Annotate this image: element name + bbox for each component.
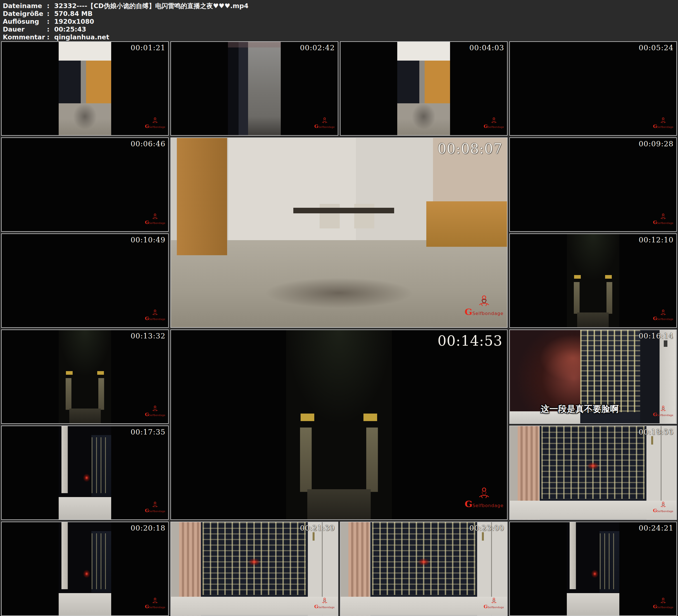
- watermark-text: GSelfbondage: [652, 124, 674, 129]
- video-thumbnail-large: 00:14:53 GSelfbondage: [171, 330, 507, 520]
- selfbondage-watermark-logo: GSelfbondage: [652, 406, 674, 422]
- thumbnail-frame: [510, 42, 676, 135]
- watermark-text: GSelfbondage: [652, 220, 674, 225]
- burned-in-subtitle: 这一段是真不要脸啊: [541, 403, 619, 415]
- thumbnail-timestamp: 00:20:18: [130, 524, 165, 532]
- meta-row-dauer: Dauer : 00:25:43: [3, 26, 678, 33]
- meta-label: Kommentar: [3, 33, 47, 41]
- video-thumbnail: 00:02:42 GSelfbondage: [171, 41, 338, 136]
- selfbondage-watermark-logo: GSelfbondage: [144, 213, 166, 230]
- file-info-header: Dateiname : 32332----【CD伪娘小诡的自缚】电闪雷鸣的直播之…: [0, 0, 678, 41]
- thumbnail-timestamp: 00:21:39: [300, 524, 335, 532]
- thumbnail-timestamp: 00:14:53: [438, 333, 502, 349]
- meta-separator: :: [47, 33, 54, 41]
- bound-figure-doodle-icon: [151, 309, 159, 316]
- video-thumbnail: 00:12:10 GSelfbondage: [509, 233, 677, 328]
- bound-figure-doodle-icon: [151, 598, 159, 604]
- meta-row-dateigroesse: Dateigröße : 570.84 MB: [3, 10, 678, 17]
- thumbnail-frame: [59, 42, 111, 135]
- video-thumbnail: 00:05:24 GSelfbondage: [509, 41, 677, 136]
- bound-figure-doodle-icon: [477, 295, 491, 308]
- thumbnail-frame: [510, 138, 676, 231]
- watermark-text: GSelfbondage: [652, 508, 674, 513]
- thumbnail-frame: [59, 426, 111, 519]
- watermark-text: GSelfbondage: [144, 316, 166, 321]
- selfbondage-watermark-logo: GSelfbondage: [144, 117, 166, 133]
- video-thumbnail: 00:17:35 GSelfbondage: [1, 426, 169, 520]
- watermark-text: GSelfbondage: [652, 604, 674, 609]
- duration-value: 00:25:43: [54, 26, 678, 33]
- thumbnail-timestamp: 00:09:28: [639, 140, 674, 148]
- thumbnail-frame: [567, 522, 619, 615]
- thumbnail-frame: [2, 138, 168, 231]
- selfbondage-watermark-logo: GSelfbondage: [314, 117, 336, 133]
- bound-figure-doodle-icon: [151, 502, 159, 508]
- meta-separator: :: [47, 26, 54, 33]
- thumbnail-timestamp: 00:06:46: [130, 140, 165, 148]
- thumbnail-timestamp: 00:04:03: [469, 44, 504, 52]
- bound-figure-doodle-icon: [660, 598, 667, 604]
- watermark-text: GSelfbondage: [314, 124, 336, 129]
- thumbnail-frame: [510, 426, 676, 519]
- watermark-text: GSelfbondage: [314, 604, 336, 609]
- video-thumbnail: 00:21:39 GSelfbondage: [171, 522, 338, 616]
- bound-figure-doodle-icon: [151, 117, 159, 124]
- selfbondage-watermark-logo: GSelfbondage: [144, 309, 166, 325]
- thumbnail-timestamp: 00:24:21: [639, 524, 674, 532]
- watermark-text: GSelfbondage: [144, 508, 166, 513]
- video-thumbnail: 00:06:46 GSelfbondage: [1, 138, 169, 232]
- contact-sheet-page: { "meta": { "separator": ":", "rows": [ …: [0, 0, 678, 616]
- thumbnail-frame: [397, 42, 450, 135]
- thumbnail-timestamp: 00:02:42: [300, 44, 335, 52]
- bound-figure-doodle-icon: [321, 598, 328, 604]
- file-name-value: 32332----【CD伪娘小诡的自缚】电闪雷鸣的直播之夜♥♥♥.mp4: [54, 2, 678, 10]
- selfbondage-watermark-logo: GSelfbondage: [652, 309, 674, 325]
- selfbondage-watermark-logo: GSelfbondage: [652, 598, 674, 614]
- file-size-value: 570.84 MB: [54, 10, 678, 17]
- meta-label: Auflösung: [3, 17, 47, 26]
- video-thumbnail: 00:20:18 GSelfbondage: [1, 522, 169, 616]
- meta-row-dateiname: Dateiname : 32332----【CD伪娘小诡的自缚】电闪雷鸣的直播之…: [3, 2, 678, 10]
- thumbnail-timestamp: 00:17:35: [130, 428, 165, 436]
- watermark-text: GSelfbondage: [652, 412, 674, 417]
- thumbnail-timestamp: 00:01:21: [130, 44, 165, 52]
- selfbondage-watermark-logo: GSelfbondage: [144, 598, 166, 614]
- bound-figure-doodle-icon: [151, 406, 159, 412]
- selfbondage-watermark-logo: GSelfbondage: [652, 117, 674, 133]
- bound-figure-doodle-icon: [477, 487, 491, 500]
- meta-separator: :: [47, 10, 54, 17]
- thumbnail-frame: [59, 522, 111, 615]
- video-thumbnail: 00:18:56 GSelfbondage: [509, 426, 677, 520]
- selfbondage-watermark-logo: GSelfbondage: [144, 502, 166, 518]
- thumbnail-timestamp: 00:05:24: [639, 44, 674, 52]
- selfbondage-watermark-logo: GSelfbondage: [463, 295, 505, 325]
- watermark-text: GSelfbondage: [463, 500, 505, 508]
- thumbnail-timestamp: 00:12:10: [639, 236, 674, 244]
- video-thumbnail: 00:24:21 GSelfbondage: [509, 522, 677, 616]
- comment-value: qinglanhua.net: [54, 33, 678, 41]
- watermark-text: GSelfbondage: [483, 124, 505, 129]
- thumbnail-timestamp: 00:13:32: [130, 332, 165, 340]
- watermark-text: GSelfbondage: [144, 220, 166, 225]
- meta-separator: :: [47, 17, 54, 26]
- bound-figure-doodle-icon: [660, 502, 667, 508]
- selfbondage-watermark-logo: GSelfbondage: [483, 598, 505, 614]
- thumbnail-frame: [171, 138, 507, 327]
- bound-figure-doodle-icon: [490, 598, 497, 604]
- thumbnail-frame: [567, 234, 619, 327]
- thumbnail-frame: [171, 522, 337, 615]
- video-thumbnail-large: 00:08:07 GSelfbondage: [171, 138, 507, 328]
- thumbnail-grid: 00:01:21 GSelfbondage 00:02:42 GSelfbond…: [1, 41, 677, 616]
- video-thumbnail: 00:09:28 GSelfbondage: [509, 138, 677, 232]
- bound-figure-doodle-icon: [321, 117, 328, 124]
- bound-figure-doodle-icon: [660, 406, 667, 412]
- selfbondage-watermark-logo: GSelfbondage: [463, 487, 505, 518]
- watermark-text: GSelfbondage: [483, 604, 505, 609]
- watermark-text: GSelfbondage: [144, 604, 166, 609]
- meta-separator: :: [47, 2, 54, 10]
- thumbnail-frame: [59, 330, 111, 423]
- meta-label: Dauer: [3, 26, 47, 33]
- watermark-text: GSelfbondage: [652, 316, 674, 321]
- meta-label: Dateigröße: [3, 10, 47, 17]
- watermark-text: GSelfbondage: [144, 124, 166, 129]
